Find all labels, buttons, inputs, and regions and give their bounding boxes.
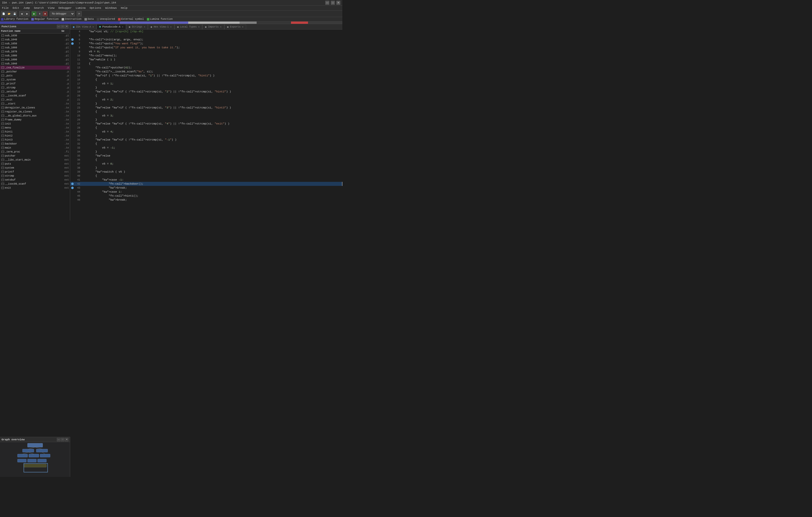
tab-hex-view-1[interactable]: Hex View-1✕ <box>148 24 174 29</box>
menu-view[interactable]: View <box>47 6 55 9</box>
function-item[interactable]: __isoc99_scanfext <box>0 182 70 186</box>
menu-windows[interactable]: Windows <box>104 6 118 9</box>
tab-close[interactable]: ✕ <box>242 26 243 28</box>
close-button[interactable]: ✕ <box>336 1 340 5</box>
tab-pseudocode-a[interactable]: Pseudocode-A✕ <box>96 24 126 29</box>
stop-button[interactable]: ■ <box>42 11 48 16</box>
function-item[interactable]: menu.te <box>0 126 70 130</box>
code-line[interactable]: 12 { <box>70 62 342 66</box>
code-line[interactable]: 9 v5 = 0; <box>70 50 342 54</box>
code-line[interactable]: 37 v5 = 0; <box>70 162 342 166</box>
menu-options[interactable]: Options <box>89 6 102 9</box>
menu-lumina[interactable]: Lumina <box>75 6 87 9</box>
function-item[interactable]: _strcmp.p <box>0 86 70 90</box>
function-item[interactable]: exitext <box>0 186 70 190</box>
tab-strings[interactable]: Strings✕ <box>126 24 148 29</box>
back-button[interactable]: ◀ <box>19 11 24 16</box>
function-item[interactable]: backdoor.te <box>0 142 70 146</box>
code-line[interactable]: 36 { <box>70 158 342 162</box>
code-area[interactable]: 4 "kw">int v5; // [rsp+Ch] [rbp-4h]56 "f… <box>70 30 342 220</box>
run-button[interactable]: ▶ <box>32 11 37 16</box>
code-line[interactable]: 27 "kw">else "kw">if ( !"fn-call">strcmp… <box>70 122 342 126</box>
menu-edit[interactable]: Edit <box>11 6 20 9</box>
code-line[interactable]: 29 v5 = 4; <box>70 130 342 134</box>
code-line[interactable]: 19 "kw">else "kw">if ( !"fn-call">strcmp… <box>70 90 342 94</box>
function-item[interactable]: __isoc99_scanf.p <box>0 94 70 98</box>
code-line[interactable]: 41 "kw">case -1: <box>70 178 342 182</box>
debugger-select[interactable]: No debugger <box>50 11 75 16</box>
code-line[interactable]: 7 "fn-call">puts("You want flag?"); <box>70 41 342 45</box>
minimize-button[interactable]: — <box>325 1 329 5</box>
function-item[interactable]: hint1.te <box>0 130 70 134</box>
code-line[interactable]: 45 "fn-call">hint1(); <box>70 194 342 198</box>
function-item[interactable]: _term_proc.fi <box>0 150 70 154</box>
code-line[interactable]: 8 "fn-call">puts("If you want it, you ha… <box>70 45 342 50</box>
menu-debugger[interactable]: Debugger <box>57 6 73 9</box>
function-item[interactable]: init.te <box>0 122 70 126</box>
function-item[interactable]: sub_1030.pl <box>0 34 70 37</box>
menu-help[interactable]: Help <box>120 6 128 9</box>
function-item[interactable]: putcharext <box>0 154 70 158</box>
tab-close[interactable]: ✕ <box>144 26 145 28</box>
function-item[interactable]: main.te <box>0 146 70 150</box>
function-item[interactable]: strcmpext <box>0 174 70 178</box>
menu-file[interactable]: File <box>1 6 9 9</box>
functions-list[interactable]: sub_1030.plsub_1040.plsub_1050.plsub_106… <box>0 34 70 220</box>
code-line[interactable]: 31 "kw">else "kw">if ( !"fn-call">strcmp… <box>70 138 342 142</box>
code-line[interactable]: 33 v5 = -1; <box>70 146 342 150</box>
code-line[interactable]: 5 <box>70 34 342 37</box>
code-line[interactable]: 24 { <box>70 110 342 114</box>
code-line[interactable]: 23 "kw">else "kw">if ( !"fn-call">strcmp… <box>70 106 342 110</box>
code-line[interactable]: 22 } <box>70 102 342 106</box>
code-line[interactable]: 10 "fn-call">menu(); <box>70 54 342 58</box>
tab-exports[interactable]: Exports✕ <box>224 24 246 29</box>
tab-close[interactable]: ✕ <box>170 26 171 28</box>
code-line[interactable]: 14 "fn-call">__isoc99_scanf("%s", s1); <box>70 70 342 74</box>
function-item[interactable]: _putchar.p <box>0 70 70 74</box>
open-button[interactable]: 📂 <box>6 11 11 16</box>
tab-close[interactable]: ✕ <box>220 26 221 28</box>
code-line[interactable]: 21 v5 = 2; <box>70 98 342 102</box>
code-line[interactable]: 15 "kw">if ( !"fn-call">strcmp(s1, "1") … <box>70 74 342 78</box>
code-line[interactable]: 16 { <box>70 78 342 82</box>
tab-close[interactable]: ✕ <box>198 26 200 28</box>
code-line[interactable]: 11 "kw">while ( 1 ) <box>70 58 342 62</box>
function-item[interactable]: _puts.p <box>0 74 70 78</box>
function-item[interactable]: hint2.te <box>0 134 70 138</box>
code-line[interactable]: 28 { <box>70 126 342 130</box>
functions-float[interactable]: □ <box>61 25 64 28</box>
code-line[interactable]: 43 "kw">break; <box>70 186 342 190</box>
function-item[interactable]: _cxa_finalize.p <box>0 66 70 70</box>
function-item[interactable]: __do_global_dtors_aux.te <box>0 114 70 118</box>
code-line[interactable]: 34 } <box>70 150 342 154</box>
code-line[interactable]: 40 { <box>70 174 342 178</box>
code-line[interactable]: 42 "fn-call">backdoor(); <box>70 182 342 186</box>
function-item[interactable]: sub_1090.pl <box>0 58 70 62</box>
function-item[interactable]: _exit.p <box>0 98 70 102</box>
code-line[interactable]: 18 } <box>70 86 342 90</box>
forward-button[interactable]: ▶ <box>25 11 30 16</box>
code-line[interactable]: 6 "fn-call">init(argc, argv, envp); <box>70 37 342 41</box>
maximize-button[interactable]: □ <box>331 1 335 5</box>
function-item[interactable]: frame_dummy.te <box>0 118 70 122</box>
tab-close[interactable]: ✕ <box>92 26 94 28</box>
code-line[interactable]: 13 "fn-call">putchar(62); <box>70 66 342 70</box>
function-item[interactable]: sub_1040.pl <box>0 37 70 41</box>
function-item[interactable]: putsext <box>0 162 70 166</box>
function-item[interactable]: deregister_tm_clones.te <box>0 106 70 110</box>
functions-close[interactable]: ✕ <box>65 25 68 28</box>
menu-jump[interactable]: Jump <box>22 6 31 9</box>
tab-close[interactable]: ✕ <box>122 26 123 28</box>
new-button[interactable]: 📄 <box>1 11 6 16</box>
function-item[interactable]: _printf.p <box>0 82 70 86</box>
function-item[interactable]: _setvbuf.p <box>0 90 70 94</box>
code-line[interactable]: 35 "kw">else <box>70 154 342 158</box>
code-line[interactable]: 4 "kw">int v5; // [rsp+Ch] [rbp-4h] <box>70 30 342 34</box>
code-line[interactable]: 30 } <box>70 134 342 138</box>
sync-button[interactable]: ⟳ <box>77 11 82 16</box>
function-item[interactable]: hint3.te <box>0 138 70 142</box>
save-button[interactable]: 💾 <box>12 11 17 16</box>
code-line[interactable]: 44 "kw">case 1: <box>70 190 342 194</box>
tab-ida-view-a[interactable]: IDA View-A✕ <box>70 24 96 29</box>
code-line[interactable]: 20 { <box>70 94 342 98</box>
